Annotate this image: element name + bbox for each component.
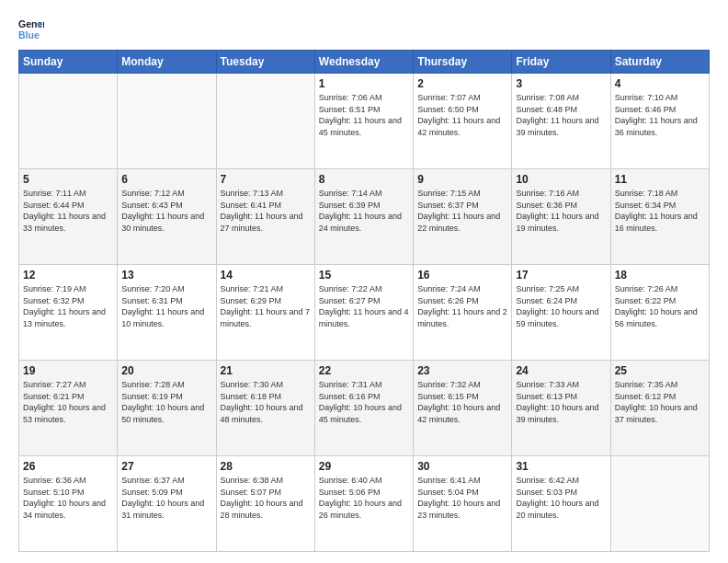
day-number: 31 xyxy=(516,460,606,473)
weekday-header-thursday: Thursday xyxy=(414,51,512,74)
day-info: Sunrise: 7:16 AMSunset: 6:36 PMDaylight:… xyxy=(516,189,598,233)
calendar-cell: 24Sunrise: 7:33 AMSunset: 6:13 PMDayligh… xyxy=(512,361,610,456)
calendar-cell: 2Sunrise: 7:07 AMSunset: 6:50 PMDaylight… xyxy=(414,74,512,169)
calendar-cell xyxy=(118,74,216,169)
day-number: 3 xyxy=(516,77,606,90)
day-info: Sunrise: 7:22 AMSunset: 6:27 PMDaylight:… xyxy=(319,284,409,328)
day-number: 18 xyxy=(615,269,705,282)
calendar-cell: 18Sunrise: 7:26 AMSunset: 6:22 PMDayligh… xyxy=(610,265,709,361)
calendar-cell: 31Sunrise: 6:42 AMSunset: 5:03 PMDayligh… xyxy=(512,456,610,552)
page: General Blue SundayMondayTuesdayWednesda… xyxy=(0,0,728,563)
day-info: Sunrise: 7:11 AMSunset: 6:44 PMDaylight:… xyxy=(23,189,106,233)
day-info: Sunrise: 6:38 AMSunset: 5:07 PMDaylight:… xyxy=(221,476,303,520)
day-info: Sunrise: 6:36 AMSunset: 5:10 PMDaylight:… xyxy=(23,476,106,520)
day-number: 11 xyxy=(615,173,705,186)
day-info: Sunrise: 7:35 AMSunset: 6:12 PMDaylight:… xyxy=(615,380,698,424)
calendar-cell: 13Sunrise: 7:20 AMSunset: 6:31 PMDayligh… xyxy=(118,265,216,361)
day-number: 1 xyxy=(319,77,409,90)
day-number: 17 xyxy=(516,269,606,282)
calendar-table: SundayMondayTuesdayWednesdayThursdayFrid… xyxy=(18,50,710,552)
calendar-cell: 28Sunrise: 6:38 AMSunset: 5:07 PMDayligh… xyxy=(216,456,314,552)
day-number: 25 xyxy=(615,364,705,377)
day-number: 9 xyxy=(417,173,507,186)
calendar-cell: 3Sunrise: 7:08 AMSunset: 6:48 PMDaylight… xyxy=(512,74,610,169)
logo-icon: General Blue xyxy=(18,17,44,42)
calendar-cell: 8Sunrise: 7:14 AMSunset: 6:39 PMDaylight… xyxy=(314,169,413,265)
day-info: Sunrise: 7:20 AMSunset: 6:31 PMDaylight:… xyxy=(121,284,204,328)
day-info: Sunrise: 7:06 AMSunset: 6:51 PMDaylight:… xyxy=(319,93,402,137)
calendar-cell: 9Sunrise: 7:15 AMSunset: 6:37 PMDaylight… xyxy=(414,169,512,265)
day-number: 8 xyxy=(319,173,409,186)
day-number: 14 xyxy=(221,269,311,282)
calendar-cell: 14Sunrise: 7:21 AMSunset: 6:29 PMDayligh… xyxy=(216,265,314,361)
day-info: Sunrise: 7:12 AMSunset: 6:43 PMDaylight:… xyxy=(121,189,204,233)
day-number: 23 xyxy=(417,364,507,377)
day-number: 19 xyxy=(23,364,113,377)
day-number: 30 xyxy=(417,460,507,473)
calendar-cell: 15Sunrise: 7:22 AMSunset: 6:27 PMDayligh… xyxy=(314,265,413,361)
calendar-cell: 17Sunrise: 7:25 AMSunset: 6:24 PMDayligh… xyxy=(512,265,610,361)
day-info: Sunrise: 7:14 AMSunset: 6:39 PMDaylight:… xyxy=(319,189,402,233)
calendar-cell: 1Sunrise: 7:06 AMSunset: 6:51 PMDaylight… xyxy=(314,74,413,169)
day-number: 16 xyxy=(417,269,507,282)
day-info: Sunrise: 7:30 AMSunset: 6:18 PMDaylight:… xyxy=(221,380,303,424)
day-info: Sunrise: 7:19 AMSunset: 6:32 PMDaylight:… xyxy=(23,284,106,328)
day-number: 27 xyxy=(121,460,211,473)
weekday-header-wednesday: Wednesday xyxy=(314,51,413,74)
day-number: 12 xyxy=(23,269,113,282)
day-info: Sunrise: 7:25 AMSunset: 6:24 PMDaylight:… xyxy=(516,284,598,328)
day-info: Sunrise: 7:10 AMSunset: 6:46 PMDaylight:… xyxy=(615,93,698,137)
day-info: Sunrise: 7:33 AMSunset: 6:13 PMDaylight:… xyxy=(516,380,598,424)
day-info: Sunrise: 7:26 AMSunset: 6:22 PMDaylight:… xyxy=(615,284,698,328)
day-info: Sunrise: 6:42 AMSunset: 5:03 PMDaylight:… xyxy=(516,476,598,520)
day-info: Sunrise: 7:08 AMSunset: 6:48 PMDaylight:… xyxy=(516,93,598,137)
calendar-cell: 16Sunrise: 7:24 AMSunset: 6:26 PMDayligh… xyxy=(414,265,512,361)
day-number: 29 xyxy=(319,460,409,473)
week-row-5: 26Sunrise: 6:36 AMSunset: 5:10 PMDayligh… xyxy=(19,456,710,552)
day-number: 24 xyxy=(516,364,606,377)
header: General Blue xyxy=(18,17,710,42)
weekday-header-saturday: Saturday xyxy=(610,51,709,74)
day-number: 7 xyxy=(221,173,311,186)
calendar-cell: 26Sunrise: 6:36 AMSunset: 5:10 PMDayligh… xyxy=(19,456,118,552)
day-info: Sunrise: 6:40 AMSunset: 5:06 PMDaylight:… xyxy=(319,476,402,520)
calendar-cell: 21Sunrise: 7:30 AMSunset: 6:18 PMDayligh… xyxy=(216,361,314,456)
day-number: 6 xyxy=(121,173,211,186)
week-row-1: 1Sunrise: 7:06 AMSunset: 6:51 PMDaylight… xyxy=(19,74,710,169)
calendar-cell: 4Sunrise: 7:10 AMSunset: 6:46 PMDaylight… xyxy=(610,74,709,169)
weekday-header-friday: Friday xyxy=(512,51,610,74)
day-number: 13 xyxy=(121,269,211,282)
day-number: 22 xyxy=(319,364,409,377)
week-row-2: 5Sunrise: 7:11 AMSunset: 6:44 PMDaylight… xyxy=(19,169,710,265)
week-row-3: 12Sunrise: 7:19 AMSunset: 6:32 PMDayligh… xyxy=(19,265,710,361)
svg-text:Blue: Blue xyxy=(18,29,40,40)
day-info: Sunrise: 7:27 AMSunset: 6:21 PMDaylight:… xyxy=(23,380,106,424)
calendar-cell: 30Sunrise: 6:41 AMSunset: 5:04 PMDayligh… xyxy=(414,456,512,552)
day-info: Sunrise: 6:41 AMSunset: 5:04 PMDaylight:… xyxy=(417,476,500,520)
day-number: 21 xyxy=(221,364,311,377)
day-info: Sunrise: 7:28 AMSunset: 6:19 PMDaylight:… xyxy=(121,380,204,424)
calendar-cell xyxy=(610,456,709,552)
day-info: Sunrise: 7:24 AMSunset: 6:26 PMDaylight:… xyxy=(417,284,507,328)
day-number: 26 xyxy=(23,460,113,473)
calendar-cell: 11Sunrise: 7:18 AMSunset: 6:34 PMDayligh… xyxy=(610,169,709,265)
day-info: Sunrise: 7:15 AMSunset: 6:37 PMDaylight:… xyxy=(417,189,500,233)
calendar-cell: 20Sunrise: 7:28 AMSunset: 6:19 PMDayligh… xyxy=(118,361,216,456)
weekday-header-row: SundayMondayTuesdayWednesdayThursdayFrid… xyxy=(19,51,710,74)
calendar-cell: 10Sunrise: 7:16 AMSunset: 6:36 PMDayligh… xyxy=(512,169,610,265)
day-info: Sunrise: 7:21 AMSunset: 6:29 PMDaylight:… xyxy=(221,284,311,328)
calendar-cell xyxy=(216,74,314,169)
calendar-cell: 25Sunrise: 7:35 AMSunset: 6:12 PMDayligh… xyxy=(610,361,709,456)
week-row-4: 19Sunrise: 7:27 AMSunset: 6:21 PMDayligh… xyxy=(19,361,710,456)
calendar-cell: 7Sunrise: 7:13 AMSunset: 6:41 PMDaylight… xyxy=(216,169,314,265)
calendar-cell: 19Sunrise: 7:27 AMSunset: 6:21 PMDayligh… xyxy=(19,361,118,456)
day-number: 2 xyxy=(417,77,507,90)
day-info: Sunrise: 6:37 AMSunset: 5:09 PMDaylight:… xyxy=(121,476,204,520)
day-info: Sunrise: 7:31 AMSunset: 6:16 PMDaylight:… xyxy=(319,380,402,424)
day-number: 10 xyxy=(516,173,606,186)
calendar-cell xyxy=(19,74,118,169)
day-info: Sunrise: 7:07 AMSunset: 6:50 PMDaylight:… xyxy=(417,93,500,137)
day-info: Sunrise: 7:13 AMSunset: 6:41 PMDaylight:… xyxy=(221,189,303,233)
weekday-header-tuesday: Tuesday xyxy=(216,51,314,74)
logo: General Blue xyxy=(18,17,44,42)
